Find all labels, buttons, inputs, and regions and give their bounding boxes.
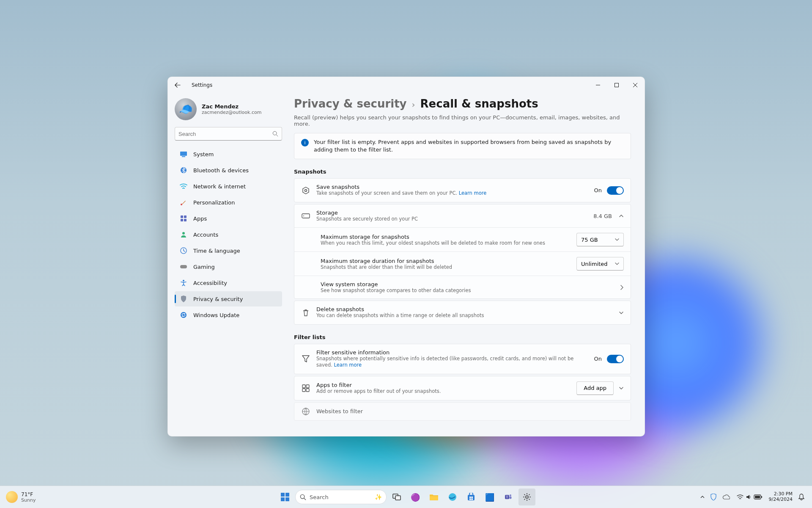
svg-rect-12 <box>180 265 187 268</box>
paintbrush-icon <box>180 199 187 206</box>
store-button[interactable] <box>463 489 480 505</box>
save-snapshots-subtitle: Take snapshots of your screen and save t… <box>316 190 588 197</box>
sidebar-item-label: Network & internet <box>193 183 246 190</box>
chevron-up-icon <box>700 495 705 499</box>
svg-rect-7 <box>184 215 187 218</box>
sidebar-item-label: Time & language <box>193 248 240 254</box>
search-box[interactable] <box>175 127 282 141</box>
start-button[interactable] <box>277 489 294 505</box>
row-view-system-storage[interactable]: View system storage See how snapshot sto… <box>294 276 631 298</box>
windows-logo-icon <box>280 492 290 502</box>
sidebar-item-accounts[interactable]: Accounts <box>175 227 282 242</box>
learn-more-link[interactable]: Learn more <box>334 362 362 368</box>
max-storage-subtitle: When you reach this limit, your oldest s… <box>321 240 571 246</box>
svg-rect-20 <box>302 389 305 392</box>
snapshot-icon <box>301 186 310 195</box>
sidebar-item-gaming[interactable]: Gaming <box>175 259 282 274</box>
filter-sensitive-title: Filter sensitive information <box>316 349 588 356</box>
chevron-right-icon: › <box>412 99 415 110</box>
breadcrumb-parent[interactable]: Privacy & security <box>294 97 407 110</box>
svg-rect-31 <box>468 495 475 500</box>
info-icon: i <box>301 139 309 146</box>
toggle-save-label: On <box>594 187 602 193</box>
save-snapshots-title: Save snapshots <box>316 184 588 190</box>
tray-overflow[interactable] <box>698 489 707 505</box>
edge-button[interactable] <box>444 489 461 505</box>
max-storage-title: Maximum storage for snapshots <box>321 234 571 240</box>
row-max-duration: Maximum storage duration for snapshots S… <box>294 251 631 276</box>
svg-point-10 <box>182 232 185 235</box>
sidebar-item-personalization[interactable]: Personalization <box>175 195 282 210</box>
svg-rect-6 <box>181 215 183 218</box>
chevron-down-icon <box>615 237 619 242</box>
max-duration-title: Maximum storage duration for snapshots <box>321 258 571 264</box>
tray-onedrive[interactable] <box>720 489 732 505</box>
tray-security[interactable] <box>708 489 719 505</box>
copilot-button[interactable]: 🟣 <box>407 489 424 505</box>
select-max-storage-value: 75 GB <box>581 237 598 243</box>
arrow-left-icon <box>175 82 181 88</box>
svg-rect-24 <box>285 493 289 497</box>
file-explorer-button[interactable] <box>425 489 442 505</box>
toggle-save-snapshots[interactable] <box>607 186 624 195</box>
teams-button[interactable]: T <box>500 489 517 505</box>
view-storage-title: View system storage <box>321 281 614 287</box>
window-controls <box>589 77 645 93</box>
app-title: Settings <box>192 82 212 88</box>
chevron-down-icon <box>619 386 624 391</box>
sidebar-item-bluetooth[interactable]: Bluetooth & devices <box>175 163 282 178</box>
back-button[interactable] <box>170 78 185 92</box>
maximize-button[interactable] <box>607 77 626 93</box>
svg-rect-43 <box>755 496 760 498</box>
tray-clock[interactable]: 2:30 PM 9/24/2024 <box>766 489 795 505</box>
profile-card[interactable]: 🧢 Zac Mendez zacmendez@outlook.com <box>175 96 287 126</box>
apps-expander[interactable]: Apps to filter Add or remove apps to fil… <box>294 376 631 400</box>
task-view-button[interactable] <box>388 489 405 505</box>
delete-title: Delete snapshots <box>316 306 613 312</box>
delete-expander[interactable]: Delete snapshots You can delete snapshot… <box>294 301 631 324</box>
svg-rect-16 <box>302 214 310 218</box>
titlebar: Settings <box>168 77 645 93</box>
storage-expander[interactable]: Storage Snapshots are securely stored on… <box>294 204 631 228</box>
select-max-duration[interactable]: Unlimited <box>576 257 624 271</box>
svg-rect-35 <box>472 499 473 500</box>
svg-point-5 <box>181 204 182 205</box>
close-button[interactable] <box>626 77 645 93</box>
minimize-button[interactable] <box>589 77 607 93</box>
sidebar-item-label: Bluetooth & devices <box>193 167 249 174</box>
card-apps-to-filter: Apps to filter Add or remove apps to fil… <box>294 376 631 400</box>
sidebar-item-network[interactable]: Network & internet <box>175 179 282 194</box>
teams-icon: T <box>504 493 513 501</box>
websites-expander[interactable]: Websites to filter <box>294 403 631 420</box>
tray-quick-settings[interactable] <box>733 489 765 505</box>
sidebar-item-accessibility[interactable]: Accessibility <box>175 275 282 290</box>
sidebar-item-time-language[interactable]: Time & language <box>175 243 282 258</box>
svg-point-38 <box>510 494 511 496</box>
tray-notifications[interactable] <box>796 489 807 505</box>
gear-icon <box>523 493 531 501</box>
pinned-app-button[interactable]: 🟦 <box>481 489 498 505</box>
funnel-icon <box>301 355 310 363</box>
sidebar-item-label: Personalization <box>193 199 235 206</box>
svg-rect-42 <box>761 496 762 498</box>
taskbar-search[interactable]: Search ✨ <box>295 490 387 504</box>
sidebar-item-windows-update[interactable]: Windows Update <box>175 307 282 323</box>
taskbar-widgets[interactable]: 71°F Sunny <box>0 491 36 503</box>
toggle-filter-sensitive[interactable] <box>607 355 624 363</box>
svg-rect-26 <box>285 497 289 501</box>
sidebar-item-privacy-security[interactable]: Privacy & security <box>175 291 282 306</box>
taskbar: 71°F Sunny Search ✨ 🟣 🟦 T <box>0 486 812 508</box>
svg-rect-39 <box>510 497 512 499</box>
globe-icon <box>301 408 310 415</box>
sidebar-item-system[interactable]: System <box>175 146 282 162</box>
app-icon: 🟦 <box>485 493 494 502</box>
chevron-right-icon <box>620 285 624 290</box>
storage-title: Storage <box>316 210 587 216</box>
learn-more-link[interactable]: Learn more <box>459 190 487 196</box>
chevron-down-icon <box>619 310 624 315</box>
settings-taskbar-button[interactable] <box>518 489 535 505</box>
select-max-storage[interactable]: 75 GB <box>576 233 624 246</box>
add-app-button[interactable]: Add app <box>576 381 614 395</box>
sidebar-item-apps[interactable]: Apps <box>175 211 282 226</box>
search-input[interactable] <box>178 131 272 137</box>
